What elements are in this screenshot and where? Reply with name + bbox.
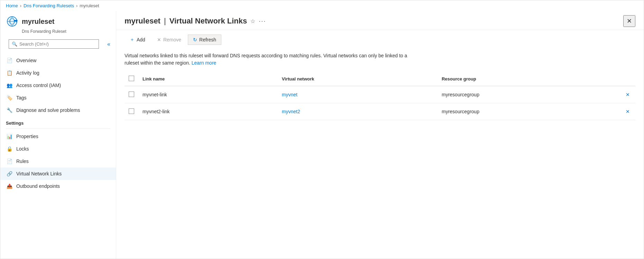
refresh-label: Refresh bbox=[199, 37, 216, 42]
row-checkbox-cell-row-2 bbox=[125, 103, 138, 120]
app-container: Home › Dns Forwarding Rulesets › myrules… bbox=[0, 0, 644, 259]
row-link-name-row-1: myvnet-link bbox=[138, 86, 278, 103]
breadcrumb-home[interactable]: Home bbox=[6, 3, 18, 8]
nav-label-locks: Locks bbox=[16, 146, 29, 152]
nav-label-rules: Rules bbox=[16, 159, 29, 164]
search-icon: 🔍 bbox=[12, 41, 17, 47]
page-header: myruleset | Virtual Network Links ☆ ··· … bbox=[116, 11, 644, 30]
remove-button[interactable]: ✕ Remove bbox=[152, 35, 186, 45]
row-delete-cell-row-1: ✕ bbox=[618, 86, 635, 103]
nav-label-properties: Properties bbox=[16, 134, 38, 139]
vnet-link-row-1[interactable]: myvnet bbox=[282, 92, 297, 97]
settings-list: 📊Properties🔒Locks📄Rules🔗Virtual Network … bbox=[0, 130, 116, 192]
row-checkbox-row-1[interactable] bbox=[129, 92, 134, 97]
row-checkbox-row-2[interactable] bbox=[129, 108, 134, 114]
collapse-sidebar-button[interactable]: « bbox=[104, 40, 113, 49]
settings-section-label: Settings bbox=[0, 116, 116, 127]
page-title-separator: | bbox=[164, 17, 166, 26]
row-virtual-network-row-2: myvnet2 bbox=[278, 103, 438, 120]
description-text: Virtual networks linked to this ruleset … bbox=[116, 49, 427, 72]
col-actions bbox=[618, 72, 635, 86]
nav-icon-tags: 🏷️ bbox=[6, 94, 13, 101]
sidebar-item-diagnose[interactable]: 🔧Diagnose and solve problems bbox=[0, 104, 116, 116]
nav-label-diagnose: Diagnose and solve problems bbox=[16, 107, 80, 113]
search-input[interactable] bbox=[19, 41, 96, 47]
table-row: myvnet-link myvnet myresourcegroup ✕ bbox=[125, 86, 635, 103]
nav-icon-virtual-network-links: 🔗 bbox=[6, 170, 13, 177]
links-table: Link name Virtual network Resource group… bbox=[125, 72, 635, 120]
nav-icon-diagnose: 🔧 bbox=[6, 107, 13, 114]
add-label: Add bbox=[137, 37, 145, 42]
table-header: Link name Virtual network Resource group bbox=[125, 72, 635, 86]
sidebar-item-activity-log[interactable]: 📋Activity log bbox=[0, 67, 116, 79]
nav-label-activity-log: Activity log bbox=[16, 70, 39, 76]
sidebar-item-access-control[interactable]: 👥Access control (IAM) bbox=[0, 79, 116, 92]
resource-type: Dns Forwarding Ruleset bbox=[22, 29, 110, 34]
nav-label-access-control: Access control (IAM) bbox=[16, 83, 61, 88]
learn-more-link[interactable]: Learn more bbox=[192, 60, 217, 66]
refresh-button[interactable]: ↻ Refresh bbox=[188, 35, 221, 45]
nav-list: 📄Overview📋Activity log👥Access control (I… bbox=[0, 54, 116, 116]
row-resource-group-row-1: myresourcegroup bbox=[438, 86, 618, 103]
vnet-link-row-2[interactable]: myvnet2 bbox=[282, 109, 300, 114]
resource-name: myruleset bbox=[22, 18, 55, 26]
row-resource-group-row-2: myresourcegroup bbox=[438, 103, 618, 120]
table-header-row: Link name Virtual network Resource group bbox=[125, 72, 635, 86]
nav-icon-overview: 📄 bbox=[6, 57, 13, 64]
remove-icon: ✕ bbox=[157, 37, 161, 42]
sidebar-item-overview[interactable]: 📄Overview bbox=[0, 54, 116, 67]
sidebar-item-outbound-endpoints[interactable]: 📤Outbound endpoints bbox=[0, 180, 116, 192]
breadcrumb-rulesets[interactable]: Dns Forwarding Rulesets bbox=[24, 3, 74, 8]
table-row: myvnet2-link myvnet2 myresourcegroup ✕ bbox=[125, 103, 635, 120]
main-layout: myruleset Dns Forwarding Ruleset 🔍 « 📄Ov… bbox=[0, 11, 644, 259]
nav-label-overview: Overview bbox=[16, 58, 36, 63]
page-title: Virtual Network Links bbox=[169, 17, 247, 26]
nav-icon-activity-log: 📋 bbox=[6, 69, 13, 76]
breadcrumb: Home › Dns Forwarding Rulesets › myrules… bbox=[0, 0, 644, 11]
nav-label-tags: Tags bbox=[16, 95, 27, 100]
sidebar-item-virtual-network-links[interactable]: 🔗Virtual Network Links bbox=[0, 167, 116, 180]
content-area: myruleset | Virtual Network Links ☆ ··· … bbox=[116, 11, 644, 259]
refresh-icon: ↻ bbox=[193, 37, 197, 42]
nav-label-virtual-network-links: Virtual Network Links bbox=[16, 171, 62, 176]
breadcrumb-current: myruleset bbox=[80, 3, 99, 8]
nav-label-outbound-endpoints: Outbound endpoints bbox=[16, 183, 60, 189]
settings-divider bbox=[6, 128, 110, 129]
row-checkbox-cell-row-1 bbox=[125, 86, 138, 103]
remove-label: Remove bbox=[163, 37, 181, 42]
breadcrumb-sep-2: › bbox=[76, 3, 77, 8]
select-all-header bbox=[125, 72, 138, 86]
more-options-button[interactable]: ··· bbox=[259, 18, 266, 25]
sidebar-item-rules[interactable]: 📄Rules bbox=[0, 155, 116, 167]
page-title-row: myruleset | Virtual Network Links ☆ ··· bbox=[125, 17, 266, 26]
row-delete-button-row-2[interactable]: ✕ bbox=[624, 107, 631, 116]
sidebar-item-tags[interactable]: 🏷️Tags bbox=[0, 92, 116, 104]
sidebar-item-properties[interactable]: 📊Properties bbox=[0, 130, 116, 143]
search-box[interactable]: 🔍 bbox=[9, 39, 99, 49]
table-container: Link name Virtual network Resource group… bbox=[116, 72, 644, 120]
row-virtual-network-row-1: myvnet bbox=[278, 86, 438, 103]
add-icon: ＋ bbox=[130, 37, 135, 43]
nav-icon-outbound-endpoints: 📤 bbox=[6, 183, 13, 190]
row-delete-cell-row-2: ✕ bbox=[618, 103, 635, 120]
add-button[interactable]: ＋ Add bbox=[125, 34, 150, 45]
row-link-name-row-2: myvnet2-link bbox=[138, 103, 278, 120]
toolbar: ＋ Add ✕ Remove ↻ Refresh bbox=[116, 30, 644, 49]
col-resource-group: Resource group bbox=[438, 72, 618, 86]
row-delete-button-row-1[interactable]: ✕ bbox=[624, 90, 631, 99]
close-button[interactable]: ✕ bbox=[623, 15, 635, 27]
table-body: myvnet-link myvnet myresourcegroup ✕ myv… bbox=[125, 86, 635, 120]
nav-icon-rules: 📄 bbox=[6, 158, 13, 165]
favorite-icon[interactable]: ☆ bbox=[250, 18, 255, 25]
resource-icon bbox=[6, 15, 18, 28]
sidebar: myruleset Dns Forwarding Ruleset 🔍 « 📄Ov… bbox=[0, 11, 116, 259]
resource-title-row: myruleset bbox=[6, 15, 110, 28]
sidebar-item-locks[interactable]: 🔒Locks bbox=[0, 143, 116, 155]
sidebar-header: myruleset Dns Forwarding Ruleset bbox=[0, 11, 116, 37]
select-all-checkbox[interactable] bbox=[129, 76, 134, 81]
nav-icon-locks: 🔒 bbox=[6, 145, 13, 152]
nav-icon-access-control: 👥 bbox=[6, 82, 13, 89]
breadcrumb-sep-1: › bbox=[20, 3, 21, 8]
description-body: Virtual networks linked to this ruleset … bbox=[125, 53, 407, 66]
col-link-name: Link name bbox=[138, 72, 278, 86]
